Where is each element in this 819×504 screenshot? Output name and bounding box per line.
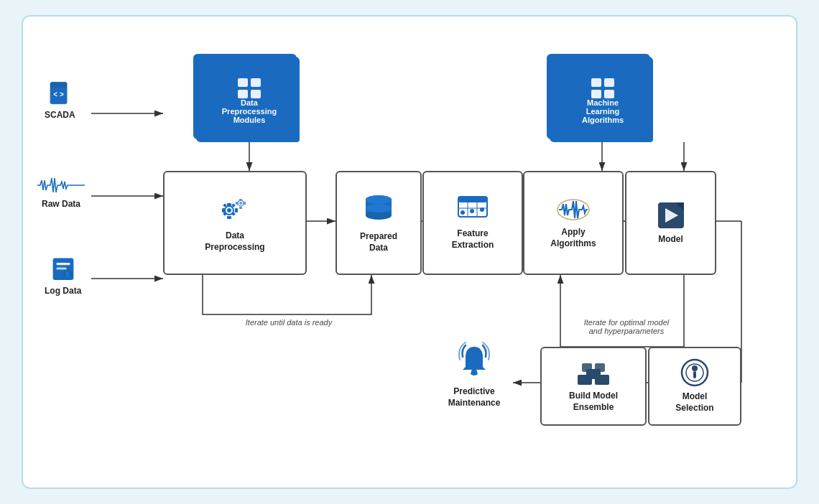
svg-point-52 [366, 204, 392, 213]
svg-point-59 [461, 210, 465, 215]
svg-point-61 [480, 207, 484, 212]
feature-extraction-box: Feature Extraction [422, 171, 523, 275]
svg-point-74 [471, 371, 478, 375]
svg-rect-46 [239, 207, 242, 209]
svg-point-53 [366, 195, 392, 204]
svg-point-60 [470, 209, 474, 213]
model-selection-box: Model Selection [648, 347, 741, 426]
scada-label: SCADA [45, 110, 75, 120]
log-data-source: 👤 Log Data [45, 257, 81, 296]
data-preprocessing-modules: Data Preprocessing Modules [199, 60, 300, 142]
svg-rect-25 [238, 78, 248, 87]
svg-rect-27 [238, 90, 248, 98]
model-selection-label: Model Selection [675, 391, 713, 414]
svg-point-34 [227, 208, 231, 213]
svg-rect-29 [591, 78, 601, 87]
svg-rect-22 [56, 267, 66, 269]
modules-label: Data Preprocessing Modules [222, 98, 277, 124]
iterate-model-text: Iterate for optimal modeland hyperparame… [526, 318, 727, 335]
modules-icon [238, 78, 261, 98]
svg-rect-21 [56, 263, 70, 265]
data-preprocessing-box: Data Preprocessing [163, 171, 307, 275]
prepared-data-label: Prepared Data [360, 231, 397, 253]
model-box: Model [625, 171, 716, 275]
svg-rect-55 [458, 197, 487, 202]
scada-icon: < > [47, 81, 73, 107]
scada-source: < > SCADA [45, 81, 75, 120]
svg-rect-48 [244, 202, 246, 205]
svg-rect-18 [50, 82, 67, 87]
svg-rect-32 [604, 90, 614, 98]
algorithm-icon [556, 197, 591, 223]
prepared-data-box: Prepared Data [336, 171, 422, 275]
svg-rect-70 [595, 375, 609, 385]
apply-algorithms-box: Apply Algorithms [523, 171, 624, 275]
feature-extraction-label: Feature Extraction [452, 228, 494, 251]
ml-algorithms-modules: Machine Learning Algorithms [552, 60, 653, 142]
svg-rect-45 [239, 199, 242, 201]
ensemble-icon [576, 359, 611, 386]
model-label: Model [658, 234, 683, 246]
diagram-container: < > SCADA Raw Data 👤 Log Data [22, 15, 797, 489]
data-preprocessing-modules-inner: Data Preprocessing Modules [199, 60, 300, 142]
iterate-data-text: Iterate until data is ready [188, 318, 389, 327]
apply-algorithms-label: Apply Algorithms [550, 227, 596, 249]
svg-rect-37 [222, 208, 225, 213]
svg-rect-31 [591, 90, 601, 98]
svg-rect-35 [227, 203, 231, 206]
preprocessing-icon [216, 193, 254, 226]
raw-data-source: Raw Data [36, 174, 86, 209]
svg-rect-38 [235, 208, 238, 213]
raw-data-icon [36, 174, 86, 196]
ensemble-label: Build Model Ensemble [569, 391, 618, 413]
bell-icon [455, 341, 493, 381]
log-data-icon: 👤 [50, 257, 76, 283]
svg-rect-28 [251, 90, 261, 98]
svg-point-66 [692, 365, 698, 371]
svg-rect-67 [693, 371, 696, 378]
svg-text:< >: < > [54, 90, 65, 98]
svg-rect-72 [595, 363, 605, 372]
raw-data-label: Raw Data [42, 199, 80, 209]
ml-algorithms-inner: Machine Learning Algorithms [552, 60, 653, 142]
log-data-label: Log Data [45, 286, 81, 296]
predictive-maintenance-label: Predictive Maintenance [448, 386, 501, 409]
feature-icon [457, 195, 489, 224]
model-icon [657, 201, 685, 230]
svg-rect-26 [251, 78, 261, 87]
preprocessing-label: Data Preprocessing [205, 230, 264, 253]
ml-label: Machine Learning Algorithms [582, 98, 624, 124]
build-model-ensemble-box: Build Model Ensemble [540, 347, 647, 426]
svg-text:👤: 👤 [64, 271, 71, 278]
model-selection-icon [679, 358, 711, 387]
predictive-maintenance: Predictive Maintenance [431, 341, 517, 409]
database-icon [363, 192, 394, 227]
svg-rect-71 [582, 363, 592, 372]
svg-point-44 [239, 202, 242, 205]
ml-icon [591, 78, 614, 98]
svg-rect-30 [604, 78, 614, 87]
svg-rect-36 [227, 216, 231, 219]
svg-rect-47 [236, 202, 238, 205]
